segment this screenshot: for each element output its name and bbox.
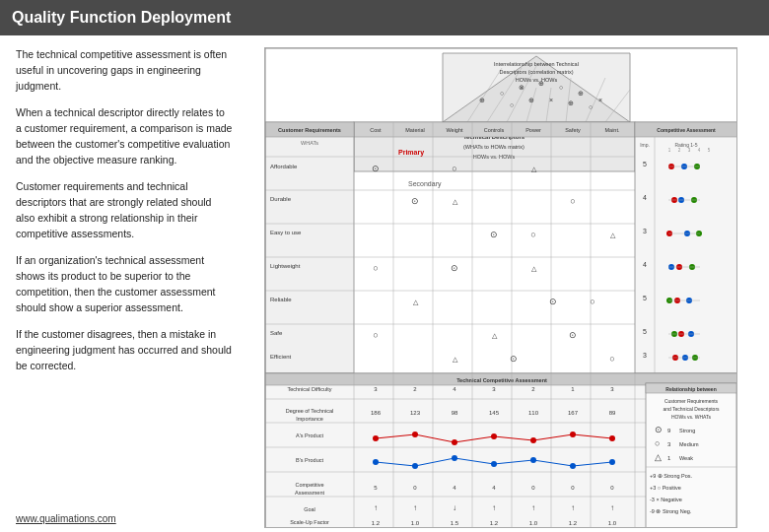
svg-text:○: ○ xyxy=(570,196,575,206)
svg-text:3: 3 xyxy=(643,228,647,234)
svg-text:Scale-Up Factor: Scale-Up Factor xyxy=(290,519,329,525)
content-area: The technical competitive assessment is … xyxy=(0,35,769,532)
svg-text:Secondary: Secondary xyxy=(408,180,442,188)
svg-text:Goal: Goal xyxy=(304,506,315,512)
svg-text:×: × xyxy=(598,97,602,103)
svg-text:↑: ↑ xyxy=(610,503,614,512)
svg-text:98: 98 xyxy=(452,410,458,416)
svg-text:A's Product: A's Product xyxy=(296,432,323,438)
footer-link[interactable]: www.qualimations.com xyxy=(16,513,116,524)
svg-text:↑: ↑ xyxy=(413,503,417,512)
svg-text:1.2: 1.2 xyxy=(372,520,381,526)
qfd-svg: ⊕ ○ ⊗ ⊕ ○ ⊕ × ○ ⊕ × ⊕ ○ Interrelationshi… xyxy=(265,48,737,528)
svg-text:89: 89 xyxy=(609,410,616,416)
svg-text:↑: ↑ xyxy=(374,503,378,512)
svg-text:Relationship between: Relationship between xyxy=(665,386,716,392)
svg-text:○: ○ xyxy=(500,90,504,97)
svg-text:1.0: 1.0 xyxy=(529,520,538,526)
paragraph-1: The technical competitive assessment is … xyxy=(16,47,233,94)
svg-text:⊙: ⊙ xyxy=(569,330,577,340)
svg-text:4: 4 xyxy=(643,261,647,268)
svg-text:Easy to use: Easy to use xyxy=(270,230,302,235)
svg-text:△: △ xyxy=(655,452,662,462)
svg-text:⊙: ⊙ xyxy=(451,263,458,273)
svg-text:Reliable: Reliable xyxy=(270,297,292,302)
svg-text:Weak: Weak xyxy=(679,455,693,461)
svg-text:Customer Requirements: Customer Requirements xyxy=(664,398,719,404)
svg-text:⊕: ⊕ xyxy=(578,90,584,97)
svg-text:○: ○ xyxy=(589,103,593,110)
svg-text:Descriptors (correlation matri: Descriptors (correlation matrix) xyxy=(499,69,573,75)
svg-text:⊙: ⊙ xyxy=(549,297,557,306)
svg-text:○: ○ xyxy=(452,164,456,173)
svg-text:Degree of Technical: Degree of Technical xyxy=(286,408,334,414)
svg-text:+9 ⊕ Strong Pos.: +9 ⊕ Strong Pos. xyxy=(650,473,693,479)
svg-text:⊗: ⊗ xyxy=(519,84,524,91)
svg-rect-85 xyxy=(635,122,737,373)
svg-text:Safe: Safe xyxy=(270,330,283,336)
svg-text:Competitive Assessment: Competitive Assessment xyxy=(657,127,716,133)
svg-text:↑: ↑ xyxy=(492,503,496,512)
svg-text:⊙: ⊙ xyxy=(411,196,419,206)
svg-text:○: ○ xyxy=(609,354,614,364)
svg-text:and Technical Descriptors: and Technical Descriptors xyxy=(663,406,720,412)
svg-text:Primary: Primary xyxy=(398,149,424,157)
svg-text:Lightweight: Lightweight xyxy=(270,263,301,269)
paragraph-3: Customer requirements and technical desc… xyxy=(16,179,233,241)
svg-text:Material: Material xyxy=(405,127,425,133)
svg-text:○: ○ xyxy=(373,330,378,340)
svg-text:⊙: ⊙ xyxy=(510,354,518,364)
svg-text:⊕: ⊕ xyxy=(568,100,574,106)
svg-text:B's Product: B's Product xyxy=(296,457,323,463)
svg-text:Power: Power xyxy=(525,127,541,133)
svg-text:5: 5 xyxy=(643,295,647,301)
diagram-area: ⊕ ○ ⊗ ⊕ ○ ⊕ × ○ ⊕ × ⊕ ○ Interrelationshi… xyxy=(248,47,753,520)
svg-text:Technical Competitive Assessme: Technical Competitive Assessment xyxy=(456,377,547,383)
svg-text:5: 5 xyxy=(643,328,647,335)
svg-text:Importance: Importance xyxy=(296,416,323,422)
svg-text:1.2: 1.2 xyxy=(490,520,499,526)
svg-text:○: ○ xyxy=(655,438,660,448)
paragraph-4: If an organization's technical assessmen… xyxy=(16,253,233,315)
svg-text:○: ○ xyxy=(373,263,378,273)
svg-text:↑: ↑ xyxy=(571,503,575,512)
svg-text:1.0: 1.0 xyxy=(608,520,617,526)
svg-text:Efficient: Efficient xyxy=(270,354,292,360)
svg-text:⊕: ⊕ xyxy=(528,97,534,103)
svg-text:Technical Difficulty: Technical Difficulty xyxy=(287,386,331,392)
svg-text:-9 ⊗ Strong Neg.: -9 ⊗ Strong Neg. xyxy=(650,508,692,514)
page-title: Quality Function Deployment xyxy=(12,9,231,27)
svg-text:○: ○ xyxy=(510,101,514,108)
svg-text:(WHATs to HOWs matrix): (WHATs to HOWs matrix) xyxy=(463,144,524,150)
svg-text:Durable: Durable xyxy=(270,196,292,202)
svg-text:-3 × Negative: -3 × Negative xyxy=(650,497,682,502)
left-text-panel: The technical competitive assessment is … xyxy=(16,47,233,520)
svg-text:Weight: Weight xyxy=(446,127,462,133)
qfd-diagram: ⊕ ○ ⊗ ⊕ ○ ⊕ × ○ ⊕ × ⊕ ○ Interrelationshi… xyxy=(264,47,737,528)
svg-text:Maint.: Maint. xyxy=(605,127,620,133)
svg-text:↑: ↑ xyxy=(531,503,535,512)
svg-text:⊙: ⊙ xyxy=(655,425,663,434)
svg-text:Affordable: Affordable xyxy=(270,164,298,169)
svg-text:○: ○ xyxy=(559,84,563,91)
svg-text:⊙: ⊙ xyxy=(372,164,380,173)
svg-text:1.0: 1.0 xyxy=(411,520,420,526)
svg-text:1.2: 1.2 xyxy=(569,520,578,526)
svg-text:3: 3 xyxy=(643,352,647,359)
svg-text:⊙: ⊙ xyxy=(490,230,498,239)
paragraph-5: If the customer disagrees, then a mistak… xyxy=(16,327,233,373)
svg-text:Customer Requirements: Customer Requirements xyxy=(278,127,341,133)
page-header: Quality Function Deployment xyxy=(0,0,769,35)
svg-text:4: 4 xyxy=(643,194,647,201)
svg-text:○: ○ xyxy=(530,230,535,239)
svg-text:Safety: Safety xyxy=(565,127,581,133)
svg-text:Competitive: Competitive xyxy=(295,482,323,488)
paragraph-2: When a technical descriptor directly rel… xyxy=(16,105,233,167)
svg-text:Strong: Strong xyxy=(679,428,695,433)
svg-text:⊕: ⊕ xyxy=(479,97,485,103)
svg-text:1.5: 1.5 xyxy=(451,520,459,526)
svg-text:○: ○ xyxy=(590,297,594,306)
svg-text:5: 5 xyxy=(643,161,647,167)
svg-text:×: × xyxy=(549,97,553,103)
svg-text:Imp.: Imp. xyxy=(640,142,650,148)
